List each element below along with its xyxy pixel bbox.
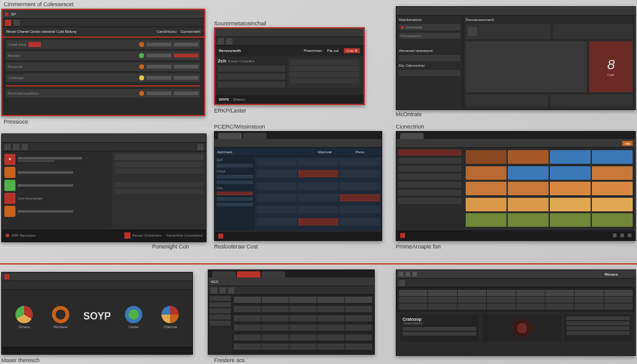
media-row[interactable] — [4, 167, 109, 178]
col-header[interactable] — [545, 290, 574, 296]
table-cell[interactable] — [340, 158, 380, 166]
heatmap-cell[interactable] — [550, 213, 591, 227]
heatmap-cell[interactable] — [508, 150, 549, 164]
cell[interactable] — [428, 297, 456, 303]
row-header[interactable] — [210, 302, 231, 307]
side-item[interactable]: Csreyt — [216, 169, 253, 173]
nav-item[interactable] — [398, 198, 461, 204]
cell[interactable] — [234, 306, 261, 312]
launcher-tile[interactable]: Grrsea — [9, 306, 40, 329]
cell[interactable] — [345, 344, 372, 350]
launcher-tile[interactable]: Cheinse — [155, 306, 186, 329]
col-header[interactable] — [262, 297, 289, 303]
cell[interactable] — [317, 334, 344, 341]
cell[interactable] — [234, 344, 261, 350]
heatmap-cell[interactable] — [508, 182, 549, 195]
heatmap-cell[interactable] — [466, 182, 507, 195]
cell[interactable] — [545, 303, 574, 310]
toolbar-button[interactable] — [14, 20, 20, 26]
cell[interactable] — [317, 324, 344, 331]
col-header[interactable] — [516, 290, 545, 296]
heatmap-cell[interactable] — [550, 166, 591, 180]
nav-item[interactable] — [398, 190, 461, 196]
col-header[interactable] — [428, 290, 456, 296]
toolbar-button[interactable] — [13, 144, 19, 150]
list-row[interactable]: Rernmatacseoptilisess — [6, 89, 200, 98]
cell[interactable] — [262, 324, 289, 331]
toolbar-button[interactable] — [220, 287, 226, 294]
cell[interactable] — [345, 324, 372, 331]
toolbar-button[interactable] — [4, 144, 11, 150]
col-header[interactable]: Pooo — [356, 150, 364, 154]
sidebar-item[interactable] — [399, 55, 460, 61]
heatmap-cell[interactable] — [466, 166, 507, 180]
row-header[interactable] — [210, 308, 231, 313]
toolbar-button[interactable] — [228, 287, 234, 294]
heatmap-cell[interactable] — [592, 198, 633, 211]
cell[interactable] — [317, 344, 344, 350]
sidebar-item[interactable]: Fcrmayeniems — [399, 33, 460, 39]
sidebar-item[interactable] — [399, 70, 460, 76]
row-header[interactable] — [210, 315, 231, 320]
list-row[interactable]: Resesonld — [6, 62, 200, 71]
table-cell[interactable] — [257, 182, 297, 190]
cell[interactable] — [289, 334, 317, 341]
col-header[interactable] — [234, 297, 261, 303]
toolbar-button[interactable] — [218, 38, 224, 44]
row-header[interactable] — [210, 296, 231, 301]
cell[interactable] — [317, 315, 344, 321]
table-cell[interactable] — [298, 206, 338, 213]
heatmap-cell[interactable] — [592, 213, 633, 227]
card[interactable] — [553, 24, 633, 39]
col-header[interactable] — [317, 297, 344, 303]
col-header[interactable] — [604, 290, 633, 296]
cell[interactable] — [575, 303, 603, 310]
cell[interactable] — [317, 306, 344, 312]
table-cell[interactable] — [298, 158, 338, 166]
table-cell[interactable] — [257, 194, 297, 201]
nav-item[interactable] — [398, 150, 461, 156]
bb-item[interactable]: Ferceritne Lessnesed — [166, 234, 202, 237]
table-cell[interactable] — [257, 218, 297, 226]
cell[interactable] — [428, 303, 456, 310]
table-cell[interactable] — [340, 206, 380, 213]
col-header[interactable]: Idiomoer — [318, 150, 332, 154]
cell[interactable] — [345, 334, 372, 341]
list-row[interactable] — [468, 62, 585, 67]
list-row[interactable] — [468, 49, 585, 54]
table-cell[interactable] — [298, 194, 338, 201]
cell[interactable] — [262, 306, 289, 312]
col-header[interactable] — [289, 297, 317, 303]
heatmap-cell[interactable] — [508, 198, 549, 211]
heatmap-cell[interactable] — [592, 150, 633, 164]
table-cell[interactable] — [257, 158, 297, 166]
side-item[interactable]: Otos — [216, 186, 253, 190]
cell[interactable] — [345, 315, 372, 321]
tab[interactable] — [262, 271, 285, 277]
tab[interactable] — [400, 133, 424, 139]
launcher-tile[interactable]: Oeder — [118, 306, 149, 329]
cell[interactable] — [458, 297, 486, 303]
heatmap-cell[interactable] — [466, 213, 507, 227]
tab-active[interactable] — [237, 271, 260, 277]
cell[interactable] — [604, 297, 633, 303]
cell[interactable] — [487, 297, 515, 303]
media-row[interactable]: Cont Arcontectant — [4, 193, 109, 204]
cell[interactable] — [289, 344, 317, 350]
heatmap-cell[interactable] — [592, 182, 633, 195]
heatmap-cell[interactable] — [466, 198, 507, 211]
list-row[interactable] — [468, 43, 585, 48]
nav-item[interactable] — [398, 174, 461, 180]
side-item[interactable]: SRP — [216, 158, 253, 162]
col-header[interactable] — [458, 290, 486, 296]
nav-item[interactable] — [398, 158, 461, 164]
list-row[interactable] — [468, 56, 585, 61]
table-cell[interactable] — [257, 170, 297, 177]
cell[interactable] — [345, 306, 372, 312]
nav-item[interactable] — [398, 166, 461, 172]
media-row[interactable] — [4, 206, 109, 217]
table-cell-alert[interactable] — [298, 170, 338, 177]
heatmap-cell[interactable] — [550, 198, 591, 211]
list-row[interactable]: Casteli iieloni — [6, 40, 200, 49]
launcher-tile[interactable]: Workere — [45, 306, 76, 329]
